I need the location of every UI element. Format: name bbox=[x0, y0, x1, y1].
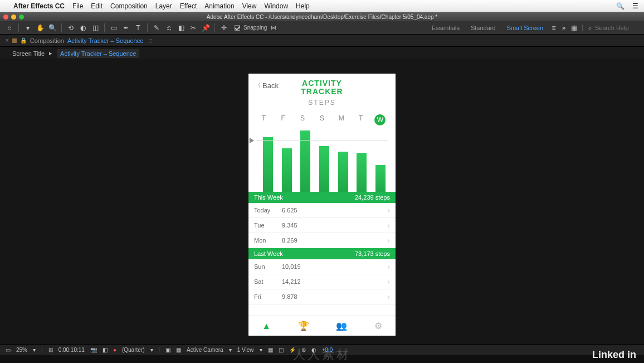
3d-view-icon[interactable]: ▦ bbox=[268, 347, 273, 353]
workspace-small-screen[interactable]: Small Screen bbox=[501, 23, 549, 32]
menu-layer[interactable]: Layer bbox=[155, 2, 172, 10]
achievements-tab-icon[interactable]: 🏆 bbox=[298, 321, 309, 331]
zoom-window-icon[interactable] bbox=[19, 14, 24, 20]
day-s2[interactable]: S bbox=[316, 114, 328, 125]
document-title: Adobe After Effects CC - /Users/andyneed… bbox=[207, 14, 437, 20]
window-traffic-lights[interactable] bbox=[3, 14, 24, 20]
breadcrumb-current[interactable]: Activity Tracker – Sequence bbox=[57, 49, 139, 58]
day-w[interactable]: W bbox=[374, 114, 386, 125]
list-item[interactable]: Tue9,345› bbox=[248, 218, 396, 233]
camera-dropdown-icon[interactable]: ▾ bbox=[229, 347, 232, 353]
menu-app[interactable]: After Effects CC bbox=[13, 2, 65, 10]
menubar-list-icon[interactable]: ☰ bbox=[632, 2, 638, 10]
menu-view[interactable]: View bbox=[242, 2, 257, 10]
zoom-level[interactable]: 25% bbox=[16, 347, 27, 353]
menu-file[interactable]: File bbox=[72, 2, 83, 10]
bar-3 bbox=[319, 146, 329, 192]
panel-color-chip bbox=[12, 38, 17, 43]
menu-effect[interactable]: Effect bbox=[180, 2, 197, 10]
list-item[interactable]: Sun10,019› bbox=[248, 259, 396, 274]
fast-preview-icon[interactable]: ⚡ bbox=[289, 347, 296, 353]
home-icon[interactable]: ⌂ bbox=[4, 23, 14, 33]
pixel-aspect-icon[interactable]: ◫ bbox=[279, 347, 284, 353]
roi-icon[interactable]: ▣ bbox=[165, 347, 170, 353]
chevron-left-icon: 〈 bbox=[254, 80, 261, 90]
minimize-window-icon[interactable] bbox=[11, 14, 16, 20]
last-week-list: Sun10,019› Sat14,212› Fri9,878› bbox=[248, 259, 396, 304]
rotate-tool-icon[interactable]: ◐ bbox=[78, 23, 88, 33]
type-tool-icon[interactable]: T bbox=[133, 23, 143, 33]
mask-toggle-icon[interactable]: ▭ bbox=[6, 347, 11, 353]
camera-select[interactable]: Active Camera bbox=[187, 347, 223, 353]
menu-help[interactable]: Help bbox=[296, 2, 310, 10]
day-s1[interactable]: S bbox=[297, 114, 308, 125]
back-button[interactable]: 〈 Back bbox=[254, 80, 279, 90]
search-help-input[interactable] bbox=[595, 25, 640, 31]
eraser-tool-icon[interactable]: ◧ bbox=[176, 23, 186, 33]
anchor-tool-icon[interactable]: ◫ bbox=[90, 23, 100, 33]
breadcrumb-root[interactable]: Screen Title bbox=[12, 50, 45, 57]
channel-icon[interactable]: ● bbox=[113, 347, 116, 353]
day-m[interactable]: M bbox=[336, 114, 347, 125]
snapping-magnet-icon[interactable]: ⋈ bbox=[271, 25, 276, 31]
workspace-menu-icon[interactable]: ≡ bbox=[549, 23, 559, 33]
this-week-list: Today6,625› Tue9,345› Mon8,269› bbox=[248, 203, 396, 248]
dashboard-tab-icon[interactable]: ▲ bbox=[262, 321, 271, 331]
flowchart-icon[interactable]: ◐ bbox=[311, 347, 316, 353]
bar-2 bbox=[300, 130, 310, 192]
workspace-essentials[interactable]: Essentials bbox=[426, 23, 465, 32]
shape-tool-icon[interactable]: ▭ bbox=[109, 23, 119, 33]
list-item[interactable]: Sat14,212› bbox=[248, 274, 396, 289]
resolution-dropdown[interactable]: (Quarter) bbox=[122, 347, 145, 353]
list-item[interactable]: Fri9,878› bbox=[248, 289, 396, 304]
close-window-icon[interactable] bbox=[3, 14, 8, 20]
menu-composition[interactable]: Composition bbox=[110, 2, 148, 10]
ruler-icon[interactable]: ⊞ bbox=[48, 347, 53, 353]
selection-tool-icon[interactable]: ▾ bbox=[23, 23, 33, 33]
snapshot-icon[interactable]: 📷 bbox=[90, 347, 97, 353]
exposure-value[interactable]: +0.0 bbox=[322, 347, 333, 353]
snapping-checkbox[interactable] bbox=[235, 25, 240, 31]
res-dropdown-icon[interactable]: ▾ bbox=[150, 347, 153, 353]
transparency-grid-icon[interactable]: ▦ bbox=[569, 23, 579, 33]
viewer-footer: ▭ 25% ▾ | ⊞ 0:00:10:11 📷 ◧ ● (Quarter) ▾… bbox=[0, 344, 644, 355]
puppet-tool-icon[interactable]: 📌 bbox=[201, 23, 211, 33]
timecode[interactable]: 0:00:10:11 bbox=[58, 347, 85, 353]
workspace-overflow-icon[interactable]: » bbox=[559, 23, 569, 33]
views-dropdown-icon[interactable]: ▾ bbox=[260, 347, 262, 353]
grid-icon[interactable]: ▦ bbox=[176, 347, 181, 353]
zoom-tool-icon[interactable]: 🔍 bbox=[47, 23, 57, 33]
list-item[interactable]: Mon8,269› bbox=[248, 233, 396, 248]
lock-icon[interactable]: 🔒 bbox=[20, 37, 27, 43]
show-snapshot-icon[interactable]: ◧ bbox=[103, 347, 108, 353]
pen-tool-icon[interactable]: ✒ bbox=[121, 23, 131, 33]
timeline-icon[interactable]: ⊕ bbox=[301, 347, 306, 353]
phone-mockup: 〈 Back ACTIVITY TRACKER STEPS T F S S M … bbox=[248, 74, 396, 336]
hand-tool-icon[interactable]: ✋ bbox=[35, 23, 45, 33]
steps-subtitle: STEPS bbox=[255, 99, 389, 107]
zoom-dropdown-icon[interactable]: ▾ bbox=[33, 347, 36, 353]
orbit-tool-icon[interactable]: ⟲ bbox=[66, 23, 76, 33]
views-select[interactable]: 1 View bbox=[237, 347, 254, 353]
close-panel-icon[interactable]: × bbox=[6, 37, 9, 43]
menu-animation[interactable]: Animation bbox=[204, 2, 234, 10]
this-week-label: This Week bbox=[254, 194, 283, 201]
spotlight-icon[interactable]: 🔍 bbox=[616, 2, 625, 10]
day-f[interactable]: F bbox=[277, 114, 289, 125]
panel-menu-icon[interactable]: ≡ bbox=[149, 37, 152, 44]
clone-tool-icon[interactable]: ⎌ bbox=[164, 23, 174, 33]
panel-comp-name[interactable]: Activity Tracker – Sequence bbox=[67, 37, 143, 44]
day-t2[interactable]: T bbox=[355, 114, 367, 125]
list-item[interactable]: Today6,625› bbox=[248, 203, 396, 218]
brush-tool-icon[interactable]: ✎ bbox=[152, 23, 162, 33]
friends-tab-icon[interactable]: 👥 bbox=[336, 321, 347, 331]
settings-tab-icon[interactable]: ⚙ bbox=[374, 321, 382, 331]
axis-tool-icon[interactable]: ✛ bbox=[219, 23, 229, 33]
menu-edit[interactable]: Edit bbox=[91, 2, 103, 10]
composition-viewer[interactable]: 〈 Back ACTIVITY TRACKER STEPS T F S S M … bbox=[0, 60, 644, 344]
workspace-standard[interactable]: Standard bbox=[465, 23, 501, 32]
snapping-label: Snapping bbox=[243, 25, 267, 31]
roto-tool-icon[interactable]: ✂ bbox=[188, 23, 198, 33]
menu-window[interactable]: Window bbox=[264, 2, 288, 10]
day-t[interactable]: T bbox=[258, 114, 269, 125]
